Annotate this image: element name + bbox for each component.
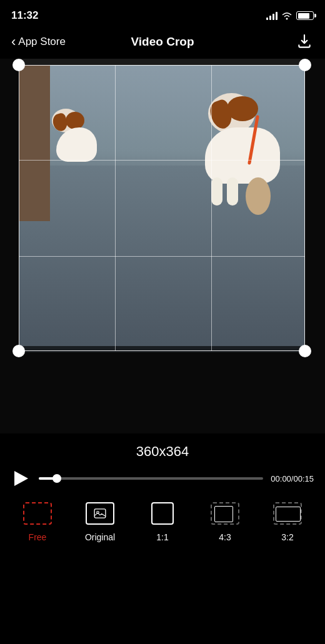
signal-icon — [266, 11, 278, 20]
back-label: App Store — [18, 36, 66, 48]
tool-1-1-label: 1:1 — [156, 532, 168, 542]
battery-icon — [296, 11, 314, 20]
aspect-ratio-toolbar: Free Original 1:1 4:3 — [0, 491, 325, 561]
tool-original[interactable]: Original — [75, 500, 125, 542]
tool-free[interactable]: Free — [12, 500, 62, 542]
grid-v1 — [115, 65, 116, 351]
rect43-icon — [208, 500, 242, 527]
dark-right — [305, 59, 325, 433]
progress-thumb[interactable] — [52, 474, 61, 483]
original-icon — [82, 500, 118, 527]
progress-fill — [39, 477, 57, 480]
wifi-icon — [281, 11, 292, 20]
tool-3-2[interactable]: 3:2 — [262, 500, 312, 542]
svg-rect-0 — [94, 509, 106, 518]
crop-box[interactable] — [19, 65, 305, 351]
grid-h2 — [19, 256, 305, 257]
grid-h1 — [19, 160, 305, 161]
dark-left — [0, 59, 19, 433]
tool-1-1[interactable]: 1:1 — [138, 500, 188, 542]
crop-handle-bottom-left[interactable] — [12, 345, 25, 357]
tool-3-2-label: 3:2 — [281, 532, 293, 542]
rect32-icon — [270, 500, 305, 527]
status-icons — [266, 11, 314, 20]
play-button[interactable] — [11, 468, 31, 488]
video-crop-area[interactable] — [0, 59, 325, 433]
download-icon — [296, 34, 312, 50]
tool-4-3-label: 4:3 — [219, 532, 231, 542]
nav-bar: ‹ App Store Video Crop — [0, 27, 325, 59]
page-title: Video Crop — [131, 35, 194, 49]
crop-handle-top-left[interactable] — [12, 59, 25, 71]
crop-overlay — [0, 59, 325, 433]
dark-bottom — [19, 346, 305, 433]
free-icon — [20, 500, 55, 527]
status-time: 11:32 — [11, 9, 38, 22]
crop-handle-top-right[interactable] — [299, 59, 311, 71]
time-display: 00:00/00:15 — [271, 474, 314, 483]
tool-original-label: Original — [85, 532, 115, 542]
sq-icon — [145, 500, 180, 527]
play-icon — [14, 471, 28, 486]
playback-bar: 00:00/00:15 — [0, 466, 325, 491]
crop-dimensions: 360x364 — [0, 433, 325, 466]
back-chevron-icon: ‹ — [11, 35, 16, 49]
tool-free-label: Free — [29, 532, 47, 542]
progress-bar[interactable] — [39, 477, 263, 480]
download-button[interactable] — [295, 32, 314, 51]
status-bar: 11:32 — [0, 0, 325, 27]
crop-handle-bottom-right[interactable] — [299, 345, 311, 357]
grid-v2 — [211, 65, 212, 351]
back-button[interactable]: ‹ App Store — [11, 35, 66, 49]
tool-4-3[interactable]: 4:3 — [200, 500, 250, 542]
